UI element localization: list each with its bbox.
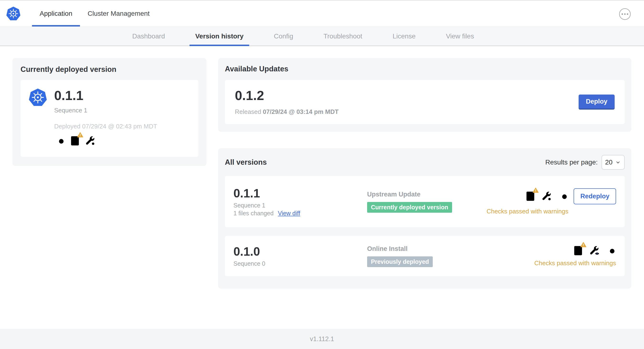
all-versions-title: All versions <box>225 158 267 166</box>
currently-deployed-panel: Currently deployed version 0.1.1 Sequenc… <box>12 58 206 166</box>
ellipsis-icon <box>622 13 623 15</box>
preflight-checks-warning-icon[interactable] <box>70 135 80 146</box>
deployed-status-badge: Currently deployed version <box>367 202 452 213</box>
kubernetes-logo-icon <box>6 0 20 26</box>
row-sequence: Sequence 0 <box>234 260 367 267</box>
update-version-number: 0.1.2 <box>235 88 338 102</box>
view-diff-link[interactable]: View diff <box>278 210 300 217</box>
tab-application[interactable]: Application <box>32 0 80 26</box>
deploy-button[interactable]: Deploy <box>578 94 615 110</box>
config-view-icon[interactable] <box>589 245 600 256</box>
deployed-status-badge: Previously deployed <box>367 256 433 267</box>
deployed-sequence: Sequence 1 <box>54 107 157 114</box>
warning-triangle-icon <box>532 188 539 193</box>
ellipsis-icon <box>624 13 626 15</box>
results-per-page-label: Results per page: <box>546 158 598 166</box>
version-row: 0.1.1 Sequence 1 1 files changed View di… <box>225 176 625 227</box>
subnav-dashboard-label: Dashboard <box>132 32 165 40</box>
subnav-config-label: Config <box>274 32 293 40</box>
released-timestamp: 07/29/24 @ 03:14 pm MDT <box>263 108 338 115</box>
subnav-troubleshoot-label: Troubleshoot <box>324 32 362 40</box>
subnav-config[interactable]: Config <box>268 27 299 46</box>
preflight-status-text[interactable]: Checks passed with warnings <box>487 208 568 215</box>
available-update-card: 0.1.2 Released 07/29/24 @ 03:14 pm MDT D… <box>225 80 625 124</box>
app-subnav: Dashboard Version history Config Trouble… <box>0 27 644 46</box>
row-source-label: Upstream Update <box>367 191 487 198</box>
subnav-view-files-label: View files <box>446 32 474 40</box>
more-menu-button[interactable] <box>619 8 631 20</box>
version-row: 0.1.0 Sequence 0 Online Install Previous… <box>225 236 625 276</box>
console-version: v1.112.1 <box>310 336 334 343</box>
redeploy-button[interactable]: Redeploy <box>574 188 616 204</box>
diff-icon[interactable] <box>54 135 65 146</box>
available-updates-title: Available Updates <box>225 65 625 73</box>
currently-deployed-title: Currently deployed version <box>20 65 198 74</box>
main-content: Currently deployed version 0.1.1 Sequenc… <box>0 46 644 329</box>
config-edit-icon[interactable] <box>541 191 552 202</box>
config-edit-icon[interactable] <box>85 135 96 146</box>
row-version-number: 0.1.1 <box>234 187 367 200</box>
preflight-checks-warning-icon[interactable] <box>525 191 536 202</box>
available-updates-panel: Available Updates 0.1.2 Released 07/29/2… <box>218 58 631 132</box>
diff-icon[interactable] <box>605 245 616 256</box>
tab-application-label: Application <box>40 10 72 18</box>
tab-cluster-management[interactable]: Cluster Management <box>80 0 157 26</box>
currently-deployed-card: 0.1.1 Sequence 1 Deployed 07/29/24 @ 02:… <box>20 80 198 157</box>
preflight-checks-warning-icon[interactable] <box>573 245 584 256</box>
subnav-view-files[interactable]: View files <box>440 27 480 46</box>
row-sequence: Sequence 1 <box>234 202 367 209</box>
warning-triangle-icon <box>77 132 83 138</box>
subnav-version-history-label: Version history <box>195 32 244 40</box>
app-footer: v1.112.1 <box>0 329 644 349</box>
deployed-version-number: 0.1.1 <box>54 88 157 102</box>
row-source-label: Online Install <box>367 245 534 252</box>
ellipsis-icon <box>627 13 628 15</box>
subnav-dashboard[interactable]: Dashboard <box>126 27 171 46</box>
results-per-page-select[interactable]: 20 <box>602 155 625 170</box>
kubernetes-app-icon <box>29 88 47 106</box>
tab-cluster-management-label: Cluster Management <box>88 10 150 18</box>
released-prefix: Released <box>235 108 261 115</box>
subnav-license[interactable]: License <box>387 27 422 46</box>
subnav-license-label: License <box>393 32 416 40</box>
diff-icon[interactable] <box>557 191 568 202</box>
row-files-changed: 1 files changed <box>234 210 274 217</box>
results-per-page-value: 20 <box>605 158 612 166</box>
chevron-down-icon <box>615 159 621 166</box>
deployed-timestamp: Deployed 07/29/24 @ 02:43 pm MDT <box>54 123 157 130</box>
row-version-number: 0.1.0 <box>234 245 367 258</box>
update-released-line: Released 07/29/24 @ 03:14 pm MDT <box>235 108 338 116</box>
top-tabs: Application Cluster Management <box>32 0 157 26</box>
warning-triangle-icon <box>580 242 586 248</box>
subnav-version-history[interactable]: Version history <box>190 27 249 46</box>
preflight-status-text[interactable]: Checks passed with warnings <box>534 260 616 267</box>
app-header: Application Cluster Management <box>0 0 644 27</box>
subnav-troubleshoot[interactable]: Troubleshoot <box>318 27 368 46</box>
all-versions-panel: All versions Results per page: 20 0.1.1 … <box>218 148 631 288</box>
